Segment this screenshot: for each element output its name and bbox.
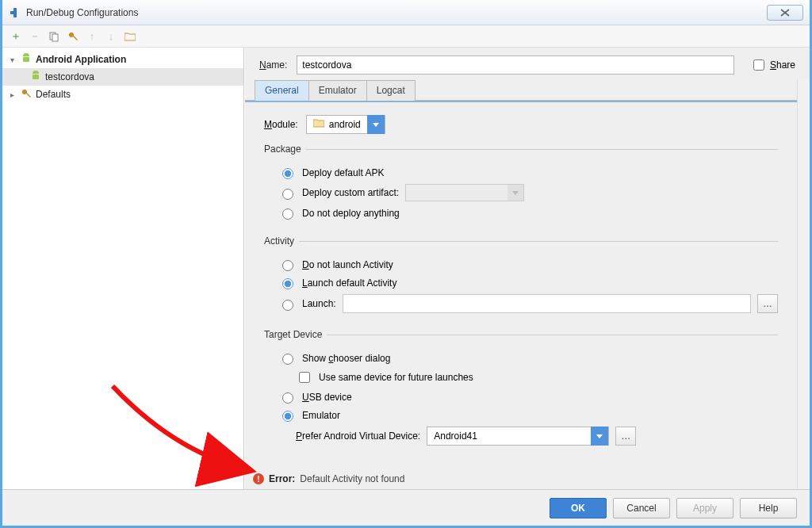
target-device-group: Target Device Show chooser dialog Use sa… [264,329,778,452]
window-title: Run/Debug Configurations [26,7,138,18]
tree-node-testcordova[interactable]: testcordova [2,68,243,86]
folder-icon[interactable] [123,29,137,44]
tree-node-android-application[interactable]: ▾ Android Application [2,51,243,68]
activity-group: Activity Do not launch Activity Launch d… [264,235,778,319]
tree-label: testcordova [45,71,94,82]
general-panel: Module: android [245,102,797,470]
apply-button[interactable]: Apply [676,498,733,518]
dropdown-icon[interactable] [367,115,385,134]
remove-icon[interactable]: － [28,29,42,44]
share-label: Share [770,59,795,71]
radio-deploy-default[interactable]: Deploy default APK [278,166,778,179]
android-icon [20,53,33,67]
app-icon [9,6,21,19]
help-button[interactable]: Help [740,498,797,518]
target-legend: Target Device [264,329,327,340]
wrench-icon [20,88,33,101]
avd-select[interactable]: Android41 [427,427,609,446]
tab-bar: General Emulator Logcat [245,79,797,101]
artifact-dropdown [405,184,524,201]
package-group: Package Deploy default APK Deploy custom… [264,143,778,226]
avd-value: Android41 [427,430,591,442]
expand-icon[interactable]: ▸ [7,90,17,99]
move-up-icon[interactable]: ↑ [85,29,99,44]
folder-icon [313,119,324,130]
settings-icon[interactable] [66,29,80,44]
svg-rect-3 [52,34,58,41]
error-bar: ! Error: Default Activity not found [245,470,797,489]
radio-deploy-custom[interactable]: Deploy custom artifact: [278,184,778,201]
config-tree[interactable]: ▾ Android Application testcordova ▸ Defa… [2,48,244,489]
checkbox-same-device[interactable]: Use same device for future launches [296,369,778,385]
radio-launch-specific[interactable]: Launch: … [278,294,778,313]
share-checkbox-input[interactable] [753,59,764,71]
module-label: Module: [264,119,298,130]
android-icon [29,71,42,84]
radio-usb-device[interactable]: USB device [278,390,778,404]
svg-rect-4 [23,57,29,62]
scrollbar[interactable] [797,79,810,489]
copy-icon[interactable] [47,29,61,44]
title-bar: Run/Debug Configurations [2,0,810,25]
name-input[interactable] [297,55,734,75]
svg-rect-1 [10,11,13,14]
radio-no-deploy[interactable]: Do not deploy anything [278,206,778,220]
avd-row: Prefer Android Virtual Device: Android41… [296,427,778,446]
module-value: android [329,119,361,130]
tree-label: Defaults [36,89,71,100]
expand-icon[interactable]: ▾ [7,55,17,64]
add-icon[interactable]: ＋ [9,29,23,44]
activity-legend: Activity [264,235,299,247]
browse-activity-button[interactable]: … [757,294,778,313]
error-message: Default Activity not found [300,473,404,484]
package-legend: Package [264,143,306,155]
error-label: Error: [269,473,295,484]
tree-label: Android Application [36,54,126,65]
svg-rect-7 [33,75,39,79]
module-select[interactable]: android [306,115,385,134]
toolbar: ＋ － ↑ ↓ [2,25,810,48]
radio-launch-default[interactable]: Launch default Activity [278,276,778,289]
radio-emulator[interactable]: Emulator [278,408,778,422]
dialog-window: Run/Debug Configurations ＋ － ↑ ↓ ▾ Andro [0,0,812,528]
launch-activity-input[interactable] [343,294,751,313]
error-icon: ! [253,473,264,484]
cancel-button[interactable]: Cancel [613,498,670,518]
config-panel: Name: Share General Emulator Logcat [244,48,810,489]
radio-no-launch[interactable]: Do not launch Activity [278,258,778,271]
name-label: Name: [259,59,287,71]
dropdown-icon[interactable] [591,427,608,446]
tree-node-defaults[interactable]: ▸ Defaults [2,86,243,103]
browse-avd-button[interactable]: … [615,427,636,446]
move-down-icon[interactable]: ↓ [104,29,118,44]
radio-show-chooser[interactable]: Show chooser dialog [278,351,778,365]
tab-general[interactable]: General [255,80,309,101]
tab-logcat[interactable]: Logcat [366,80,416,101]
ok-button[interactable]: OK [550,498,607,518]
svg-rect-0 [13,8,17,17]
share-checkbox[interactable]: Share [750,57,795,73]
button-bar: OK Cancel Apply Help [2,489,810,526]
close-button[interactable] [767,5,803,21]
tab-emulator[interactable]: Emulator [308,80,367,101]
